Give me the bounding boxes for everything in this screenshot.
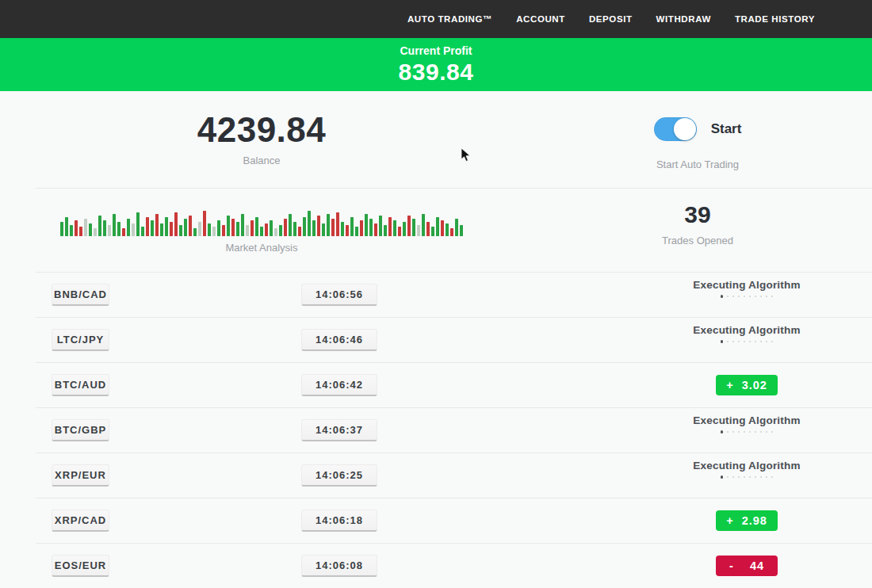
market-bar bbox=[455, 219, 458, 236]
trade-status-cell: Executing Algorithm bbox=[640, 414, 854, 433]
market-bar bbox=[312, 220, 316, 236]
market-bar bbox=[193, 228, 197, 236]
market-bar bbox=[70, 225, 73, 236]
progress-dots bbox=[640, 430, 854, 433]
market-bar bbox=[388, 217, 392, 236]
profit-badge: + 3.02 bbox=[716, 375, 778, 395]
progress-dot bbox=[738, 296, 740, 298]
pair-chip[interactable]: BTC/AUD bbox=[52, 374, 109, 396]
time-chip[interactable]: 14:06:46 bbox=[301, 329, 377, 351]
market-bar bbox=[355, 227, 358, 236]
market-bar bbox=[436, 217, 439, 236]
market-bar bbox=[212, 227, 216, 236]
progress-dot bbox=[755, 341, 757, 343]
progress-dots bbox=[640, 295, 854, 298]
market-bar bbox=[231, 219, 235, 236]
time-chip[interactable]: 14:06:25 bbox=[301, 464, 377, 487]
market-bar bbox=[293, 222, 296, 236]
market-bar bbox=[346, 225, 349, 236]
progress-dot bbox=[755, 431, 757, 433]
progress-dot bbox=[738, 431, 740, 433]
auto-trading-toggle[interactable] bbox=[654, 117, 697, 141]
market-bar bbox=[84, 219, 87, 236]
market-bar bbox=[174, 212, 178, 236]
auto-trading-caption: Start Auto Trading bbox=[656, 158, 739, 170]
market-bar bbox=[108, 225, 111, 236]
progress-dot bbox=[766, 341, 768, 343]
market-section: Market Analysis 39 Trades Opened bbox=[0, 189, 872, 272]
pair-chip[interactable]: BTC/GBP bbox=[52, 419, 109, 441]
progress-dot bbox=[771, 296, 774, 298]
progress-dot bbox=[760, 431, 763, 433]
progress-dot bbox=[744, 341, 746, 343]
progress-dot bbox=[760, 296, 763, 298]
market-bar bbox=[255, 217, 258, 236]
market-bar bbox=[446, 223, 449, 236]
time-chip[interactable]: 14:06:08 bbox=[301, 555, 377, 577]
trades-opened-value: 39 bbox=[684, 201, 710, 228]
progress-dot bbox=[755, 296, 757, 298]
trade-row: LTC/JPY 14:06:46 Executing Algorithm bbox=[36, 317, 872, 362]
progress-dot bbox=[732, 431, 735, 433]
trade-status-cell: Executing Algorithm bbox=[640, 460, 854, 479]
pair-chip[interactable]: XRP/EUR bbox=[52, 464, 109, 487]
market-bar bbox=[113, 214, 116, 236]
mouse-cursor bbox=[461, 147, 472, 163]
market-bar bbox=[322, 223, 325, 236]
progress-dot bbox=[732, 341, 735, 343]
market-bar bbox=[327, 214, 330, 236]
nav-auto-trading[interactable]: AUTO TRADING™ bbox=[407, 14, 492, 24]
progress-dot bbox=[766, 431, 768, 433]
toggle-knob bbox=[674, 118, 696, 140]
market-bar bbox=[441, 220, 444, 236]
progress-dot bbox=[771, 341, 774, 343]
market-bar bbox=[417, 225, 420, 236]
current-profit-label: Current Profit bbox=[400, 44, 472, 57]
balance-value: 4239.84 bbox=[197, 110, 327, 150]
loss-badge: - 44 bbox=[716, 556, 778, 576]
market-bar bbox=[227, 216, 230, 236]
market-bar bbox=[155, 214, 159, 236]
market-bar bbox=[141, 227, 144, 236]
nav-account[interactable]: ACCOUNT bbox=[516, 14, 565, 24]
time-chip[interactable]: 14:06:56 bbox=[301, 284, 377, 306]
progress-dot bbox=[744, 476, 746, 479]
current-profit-banner: Current Profit 839.84 bbox=[0, 38, 872, 91]
toggle-start-label: Start bbox=[711, 121, 742, 137]
market-bar bbox=[146, 217, 149, 236]
market-analysis-block: Market Analysis bbox=[0, 189, 523, 272]
market-bar bbox=[398, 227, 401, 236]
pair-chip[interactable]: LTC/JPY bbox=[52, 329, 109, 351]
nav-trade-history[interactable]: TRADE HISTORY bbox=[735, 14, 815, 24]
trade-status-cell: Executing Algorithm bbox=[640, 324, 854, 343]
market-bar bbox=[274, 228, 277, 236]
time-chip[interactable]: 14:06:42 bbox=[301, 374, 377, 396]
progress-dot bbox=[727, 296, 729, 298]
pair-chip[interactable]: XRP/CAD bbox=[52, 510, 109, 532]
pair-chip[interactable]: BNB/CAD bbox=[52, 284, 109, 306]
market-bar bbox=[117, 222, 120, 236]
trade-row: XRP/CAD 14:06:18 + 2.98 bbox=[36, 498, 872, 543]
market-bar bbox=[189, 216, 192, 236]
trades-list: BNB/CAD 14:06:56 Executing Algorithm LTC… bbox=[0, 272, 872, 588]
market-bar bbox=[165, 217, 168, 236]
nav-deposit[interactable]: DEPOSIT bbox=[589, 14, 633, 24]
nav-withdraw[interactable]: WITHDRAW bbox=[656, 14, 711, 24]
time-chip[interactable]: 14:06:37 bbox=[301, 419, 377, 441]
market-bar bbox=[260, 227, 263, 236]
market-bar bbox=[222, 225, 225, 236]
market-bar bbox=[450, 228, 453, 236]
time-chip[interactable]: 14:06:18 bbox=[301, 510, 377, 532]
market-bar bbox=[236, 222, 239, 236]
market-bar bbox=[179, 225, 182, 236]
market-bar bbox=[460, 225, 463, 236]
market-bar bbox=[298, 227, 301, 236]
progress-dot bbox=[749, 476, 752, 479]
executing-algorithm-label: Executing Algorithm bbox=[640, 414, 854, 426]
market-bar bbox=[79, 227, 82, 236]
progress-dot bbox=[744, 431, 746, 433]
trades-opened-label: Trades Opened bbox=[662, 235, 733, 246]
pair-chip[interactable]: EOS/EUR bbox=[52, 555, 109, 577]
current-profit-value: 839.84 bbox=[399, 59, 474, 86]
market-bar bbox=[369, 219, 373, 236]
